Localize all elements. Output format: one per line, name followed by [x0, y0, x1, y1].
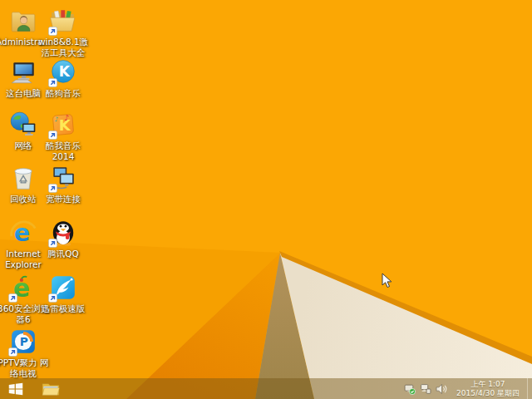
desktop-icon-kuwo[interactable]: K ♪ ♪ 酷我音乐 2014	[36, 111, 91, 162]
desktop-icon-pptv[interactable]: P PPTV聚力 网 络电视	[0, 328, 51, 379]
svg-text:P: P	[20, 335, 28, 348]
computer-monitor-icon	[9, 58, 37, 86]
svg-text:K: K	[59, 63, 71, 80]
ie-e-icon: e	[9, 219, 37, 247]
shortcut-arrow-icon	[48, 239, 57, 248]
icon-label: 宽带连接	[36, 194, 91, 204]
shortcut-arrow-icon	[8, 347, 17, 357]
windows-logo-icon	[7, 382, 24, 397]
taskbar-file-explorer-button[interactable]	[38, 378, 63, 399]
svg-text:♪: ♪	[64, 113, 69, 122]
desktop-icon-activation-tools[interactable]: win8&8.1激 活工具大全	[36, 7, 91, 58]
shortcut-arrow-icon	[48, 78, 57, 87]
icon-label: 腾讯QQ	[36, 249, 91, 259]
desktop-icon-thunder[interactable]: 迅雷极速版	[36, 273, 91, 314]
system-tray: 上午 1:07 2015/4/30 星期四	[404, 378, 532, 399]
start-button[interactable]	[0, 378, 32, 399]
folder-icon	[42, 382, 60, 397]
mouse-cursor	[382, 273, 392, 289]
device-green-check-icon[interactable]	[404, 383, 416, 395]
icon-label: win8&8.1激 活工具大全	[36, 37, 91, 58]
ethernet-monitor-icon[interactable]	[420, 383, 431, 395]
shortcut-arrow-icon	[48, 131, 57, 140]
icon-label: 酷我音乐 2014	[36, 140, 91, 162]
desktop-icon-broadband[interactable]: 宽带连接	[36, 164, 91, 204]
taskbar-clock[interactable]: 上午 1:07 2015/4/30 星期四	[451, 380, 523, 397]
icon-label: 迅雷极速版	[36, 303, 91, 314]
svg-text:♪: ♪	[54, 116, 58, 123]
taskbar: 上午 1:07 2015/4/30 星期四	[0, 378, 532, 399]
clock-date: 2015/4/30 星期四	[456, 389, 520, 398]
icon-label: PPTV聚力 网 络电视	[0, 357, 51, 379]
desktop-icon-kugou[interactable]: K 酷狗音乐	[36, 58, 91, 99]
globe-monitor-icon	[9, 111, 37, 139]
user-folder-icon	[9, 7, 37, 35]
shortcut-arrow-icon	[48, 27, 57, 36]
shortcut-arrow-icon	[8, 293, 17, 303]
show-desktop-button[interactable]	[527, 378, 532, 399]
icon-label: 酷狗音乐	[36, 88, 91, 99]
desktop-icon-qq[interactable]: 腾讯QQ	[36, 219, 91, 259]
clock-time: 上午 1:07	[456, 380, 520, 389]
shortcut-arrow-icon	[48, 184, 57, 193]
shortcut-arrow-icon	[48, 293, 57, 303]
desktop: Administra... win8&8.1激 活工具大全 这台电脑	[0, 0, 532, 399]
speaker-icon[interactable]	[436, 383, 447, 395]
recycle-bin-icon	[9, 164, 37, 192]
